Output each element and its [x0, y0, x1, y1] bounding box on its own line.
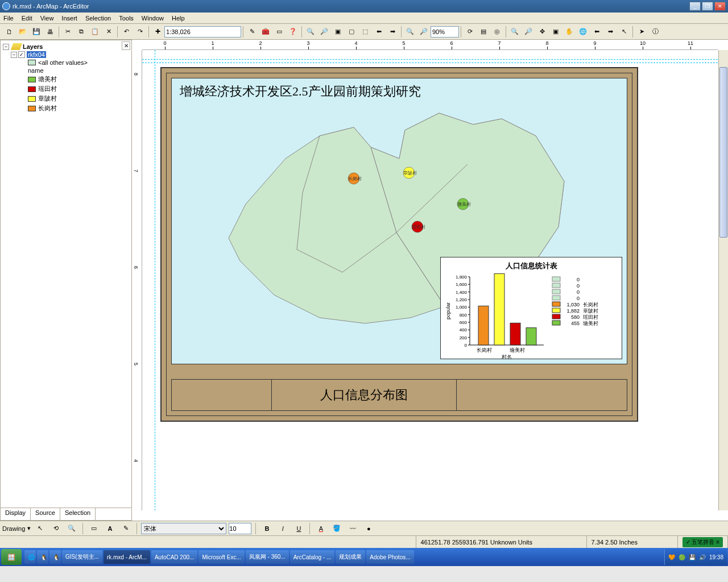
menu-window[interactable]: Window — [142, 15, 164, 22]
tray-icon[interactable]: 💾 — [689, 554, 696, 560]
print-icon[interactable]: 🖶 — [44, 26, 56, 38]
quick-launch-icon[interactable]: 🌐 — [24, 550, 36, 564]
quick-launch-icon[interactable]: 🐧 — [37, 550, 48, 564]
zoom-draw-icon[interactable]: 🔍 — [65, 522, 78, 535]
zoom-out-tool-icon[interactable]: 🔎 — [522, 26, 535, 38]
tray-icon[interactable]: 🧡 — [668, 554, 675, 560]
underline-icon[interactable]: U — [292, 522, 305, 535]
expand-icon[interactable]: − — [3, 44, 9, 50]
text-icon[interactable]: A — [104, 522, 116, 535]
redo-icon[interactable]: ↷ — [134, 26, 146, 38]
refresh-icon[interactable]: ⟳ — [464, 26, 476, 38]
cmdline-icon[interactable]: ▭ — [273, 26, 286, 38]
toc-symbol-item[interactable]: 瑶田村 — [3, 84, 129, 94]
start-button[interactable]: 🪟 — [1, 549, 22, 565]
select-elements-icon[interactable]: ↖ — [34, 522, 46, 535]
delete-icon[interactable]: ✕ — [102, 26, 115, 38]
taskbar-item[interactable]: Microsoft Exc... — [198, 550, 244, 564]
menu-view[interactable]: View — [40, 15, 54, 22]
toc-symbol-item[interactable]: 长岗村 — [3, 103, 129, 113]
undo-icon[interactable]: ↶ — [120, 26, 133, 38]
back-extent-icon[interactable]: ⬅ — [373, 26, 385, 38]
tray-icon[interactable]: 🟢 — [679, 554, 685, 560]
globe-icon[interactable]: 🌐 — [577, 26, 589, 38]
menu-file[interactable]: File — [3, 15, 14, 22]
layout-zoom-out-icon[interactable]: 🔎 — [417, 26, 430, 38]
tab-source[interactable]: Source — [31, 508, 60, 520]
close-button[interactable]: ✕ — [714, 2, 726, 11]
map-frame[interactable]: 增城经济技术开发区2.5产业园前期策划研究 长岗村章陂村塘美村瑶田村 人口信息统… — [171, 78, 627, 364]
layout-zoom-in-icon[interactable]: 🔍 — [404, 26, 416, 38]
fwd-extent-icon[interactable]: ➡ — [386, 26, 399, 38]
menu-help[interactable]: Help — [172, 15, 185, 22]
add-data-icon[interactable]: ✚ — [151, 26, 164, 38]
cut-icon[interactable]: ✂ — [61, 26, 74, 38]
clock[interactable]: 19:38 — [709, 554, 723, 560]
save-icon[interactable]: 💾 — [30, 26, 43, 38]
open-icon[interactable]: 📂 — [16, 26, 29, 38]
full-extent-icon[interactable]: ⬚ — [359, 26, 371, 38]
arctoolbox-icon[interactable]: 🧰 — [259, 26, 272, 38]
maximize-button[interactable]: ❐ — [702, 2, 713, 11]
line-color-icon[interactable]: 〰 — [346, 522, 359, 535]
rotate-icon[interactable]: ⟲ — [49, 522, 62, 535]
minimize-button[interactable]: _ — [689, 2, 701, 11]
scrollbar-vertical[interactable] — [718, 50, 728, 510]
toc-symbol-item[interactable]: 章陂村 — [3, 94, 129, 103]
expand-icon[interactable]: − — [11, 52, 17, 58]
select-icon[interactable]: ↖ — [618, 26, 630, 38]
copy-icon[interactable]: ⧉ — [75, 26, 88, 38]
zoom-in-tool-icon[interactable]: 🔍 — [508, 26, 521, 38]
paste-icon[interactable]: 📋 — [89, 26, 101, 38]
layout-view[interactable]: 01234567891011 87654 增城经济技术开发区2.5产业园前期策划… — [132, 40, 728, 521]
toggle-draft-icon[interactable]: ▤ — [477, 26, 490, 38]
prev-extent-icon[interactable]: ⬅ — [590, 26, 603, 38]
system-tray[interactable]: 🧡 🟢 💾 🔊 19:38 — [664, 549, 727, 565]
taskbar-item[interactable]: Adobe Photos... — [366, 550, 413, 564]
zoom-100-icon[interactable]: ▣ — [549, 26, 562, 38]
taskbar-item[interactable]: rk.mxd - ArcM... — [104, 550, 150, 564]
taskbar-item[interactable]: 凤凰网 - 360... — [246, 550, 289, 564]
fixed-zoom-out-icon[interactable]: ▢ — [345, 26, 358, 38]
quick-launch-icon[interactable]: 🐧 — [49, 550, 61, 564]
fixed-zoom-in-icon[interactable]: ▣ — [332, 26, 344, 38]
font-select[interactable]: 宋体 — [141, 523, 226, 534]
layer-checkbox[interactable]: ✓ — [18, 51, 25, 58]
taskbar-item[interactable]: GIS(发明主... — [62, 550, 102, 564]
italic-icon[interactable]: I — [276, 522, 289, 535]
tab-selection[interactable]: Selection — [60, 508, 96, 520]
taskbar-item[interactable]: ArcCatalog - ... — [290, 550, 335, 564]
bold-icon[interactable]: B — [260, 522, 273, 535]
toc-symbol-item[interactable]: 塘美村 — [3, 74, 129, 84]
menu-edit[interactable]: Edit — [22, 15, 32, 22]
editor-icon[interactable]: ✎ — [246, 26, 258, 38]
pan-icon[interactable]: ✋ — [563, 26, 576, 38]
menu-tools[interactable]: Tools — [119, 15, 134, 22]
map-scale-input[interactable] — [164, 26, 241, 38]
zoom-out-icon[interactable]: 🔎 — [318, 26, 330, 38]
next-extent-icon[interactable]: ➡ — [604, 26, 617, 38]
zoom-in-icon[interactable]: 🔍 — [304, 26, 317, 38]
ime-indicator[interactable]: ✓ 五笔拼音 ≡ — [682, 537, 723, 547]
toc-close-button[interactable]: ✕ — [122, 41, 130, 50]
rect-icon[interactable]: ▭ — [88, 522, 100, 535]
font-color-icon[interactable]: A — [315, 522, 327, 535]
menu-selection[interactable]: Selection — [85, 15, 111, 22]
menu-insert[interactable]: Insert — [61, 15, 77, 22]
layout-zoom-pct[interactable] — [431, 26, 459, 38]
tab-display[interactable]: Display — [1, 508, 31, 520]
toc-tree[interactable]: − Layers − ✓ rkfx04 <all other values> n… — [1, 40, 131, 508]
edit-vertices-icon[interactable]: ✎ — [119, 522, 132, 535]
focus-icon[interactable]: ◎ — [491, 26, 503, 38]
tray-icon[interactable]: 🔊 — [699, 554, 706, 560]
fill-color-icon[interactable]: 🪣 — [330, 522, 343, 535]
marker-color-icon[interactable]: ● — [362, 522, 375, 535]
identify-icon[interactable]: ⓘ — [649, 26, 661, 38]
taskbar-item[interactable]: 规划成果 — [336, 550, 365, 564]
pointer-icon[interactable]: ➤ — [635, 26, 648, 38]
layer-name[interactable]: rkfx04 — [27, 51, 46, 58]
new-icon[interactable]: 🗋 — [3, 26, 15, 38]
zoom-whole-icon[interactable]: ✥ — [536, 26, 548, 38]
taskbar-item[interactable]: AutoCAD 200... — [151, 550, 197, 564]
whatsthis-icon[interactable]: ❓ — [287, 26, 299, 38]
